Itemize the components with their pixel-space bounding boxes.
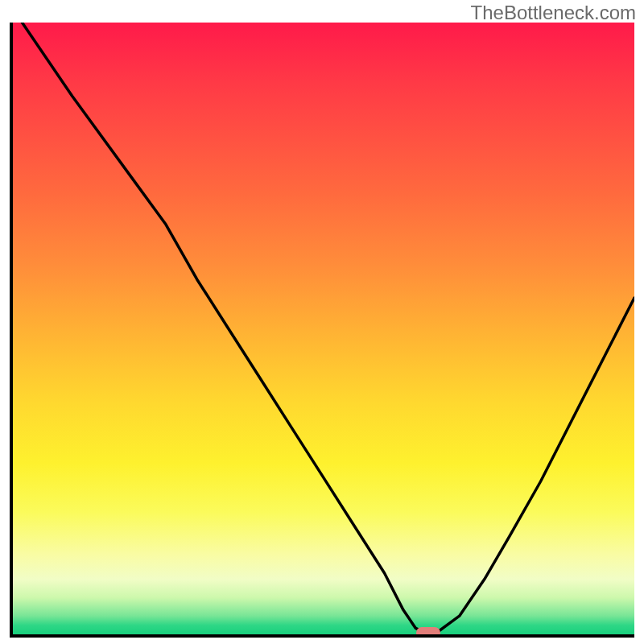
- x-axis-line: [10, 634, 634, 638]
- bottleneck-curve: [10, 23, 634, 634]
- plot-area: [10, 23, 634, 634]
- plot-frame: [10, 23, 634, 634]
- y-axis-line: [10, 23, 13, 634]
- optimal-point-marker: [416, 627, 440, 634]
- watermark-text: TheBottleneck.com: [471, 2, 636, 24]
